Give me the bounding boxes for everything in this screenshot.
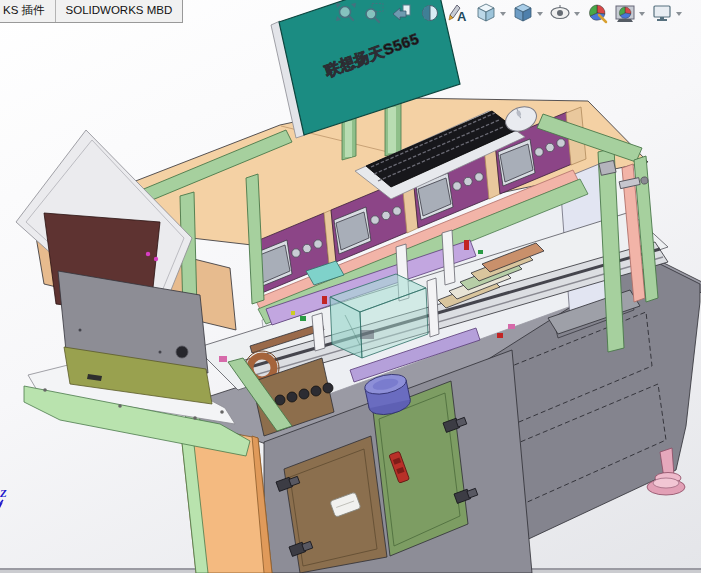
appearance-ball-icon (586, 2, 608, 24)
zoom-to-area-icon (363, 2, 385, 24)
dropdown-caret[interactable] (639, 12, 645, 16)
triad-z-label: Z (0, 487, 7, 499)
previous-view-button[interactable] (390, 1, 414, 25)
view-settings-button[interactable] (650, 1, 683, 25)
graphics-viewport[interactable]: 联想扬天S565 (0, 0, 701, 573)
apply-scene-button[interactable] (613, 1, 646, 25)
orientation-triad: Z (0, 486, 34, 530)
monitor-icon (651, 2, 673, 24)
display-style-cube-icon (512, 2, 534, 24)
section-view-icon (419, 2, 441, 24)
section-view-button[interactable] (418, 1, 442, 25)
apply-scene-icon (614, 2, 636, 24)
view-orientation-button[interactable] (474, 1, 507, 25)
annotation-letter: A (457, 9, 467, 24)
zoom-to-area-button[interactable] (362, 1, 386, 25)
heads-up-toolbar: A (334, 1, 683, 25)
view-orientation-cube-icon (475, 2, 497, 24)
dropdown-caret[interactable] (574, 12, 580, 16)
zoom-to-fit-icon (335, 2, 357, 24)
dropdown-caret[interactable] (500, 12, 506, 16)
previous-view-icon (391, 2, 413, 24)
tab-solidworks-mbd[interactable]: SOLIDWORKS MBD (56, 0, 183, 22)
annotation-views-icon: A (447, 2, 469, 24)
command-tabs: KS 插件 SOLIDWORKS MBD (0, 0, 183, 23)
eye-icon (549, 2, 571, 24)
tab-ks-plugin[interactable]: KS 插件 (0, 0, 56, 22)
hide-show-items-button[interactable] (548, 1, 581, 25)
dropdown-caret[interactable] (676, 12, 682, 16)
edit-appearance-button[interactable] (585, 1, 609, 25)
dropdown-caret[interactable] (537, 12, 543, 16)
display-style-button[interactable] (511, 1, 544, 25)
zoom-to-fit-button[interactable] (334, 1, 358, 25)
dynamic-annotation-views-button[interactable]: A (446, 1, 470, 25)
